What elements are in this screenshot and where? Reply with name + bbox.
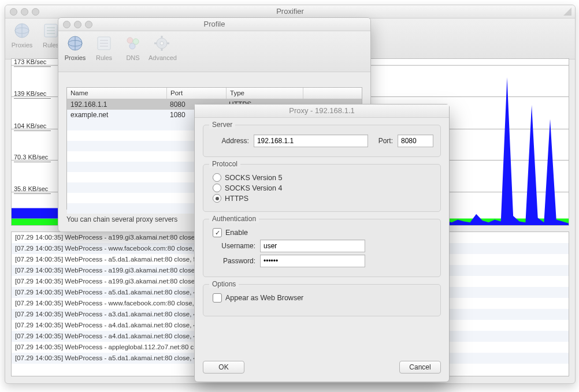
tab-rules[interactable]: Rules bbox=[91, 33, 117, 61]
appear-browser-checkbox[interactable] bbox=[213, 293, 222, 303]
main-titlebar[interactable]: Proxifier bbox=[5, 5, 575, 18]
gear-icon bbox=[153, 35, 170, 52]
list-icon bbox=[95, 35, 113, 52]
protocol-option-label: SOCKS Version 4 bbox=[225, 184, 282, 192]
protocol-radio[interactable] bbox=[213, 184, 221, 192]
dns-icon bbox=[124, 35, 142, 52]
protocol-legend: Protocol bbox=[209, 160, 240, 168]
tab-advanced-label: Advanced bbox=[149, 54, 177, 61]
server-group: Server Address: Port: bbox=[203, 125, 441, 157]
proxy-dialog-title: Proxy - 192.168.1.1 bbox=[289, 106, 354, 115]
ok-button[interactable]: OK bbox=[203, 361, 244, 374]
svg-point-21 bbox=[127, 38, 133, 43]
auth-group: Authentication Enable Username: Password… bbox=[203, 219, 441, 277]
protocol-radio[interactable] bbox=[213, 194, 221, 203]
toolbar-proxies[interactable]: Proxies bbox=[9, 21, 35, 48]
globe-icon bbox=[13, 22, 31, 39]
profile-toolbar: Proxies Rules DNS Advanced bbox=[58, 31, 370, 72]
close-icon[interactable] bbox=[63, 21, 70, 28]
y-axis-tick: 139 KB/sec bbox=[14, 90, 51, 99]
auth-enable-checkbox[interactable] bbox=[213, 228, 222, 237]
toolbar-rules-label: Rules bbox=[43, 42, 59, 48]
tab-proxies-label: Proxies bbox=[65, 54, 86, 61]
proxy-dialog: Proxy - 192.168.1.1 Server Address: Port… bbox=[194, 104, 450, 382]
auth-legend: Authentication bbox=[209, 215, 259, 223]
minimize-icon[interactable] bbox=[21, 8, 28, 16]
minimize-icon[interactable] bbox=[74, 21, 81, 28]
zoom-icon[interactable] bbox=[32, 8, 39, 16]
cell-name: example.net bbox=[67, 110, 166, 120]
protocol-option-label: HTTPS bbox=[225, 195, 248, 203]
port-label: Port: bbox=[373, 137, 393, 145]
main-title: Proxifier bbox=[276, 7, 304, 16]
y-axis-tick: 35.8 KB/sec bbox=[14, 185, 51, 194]
table-header: Name Port Type bbox=[67, 88, 362, 99]
col-port[interactable]: Port bbox=[167, 88, 227, 99]
tab-advanced[interactable]: Advanced bbox=[149, 33, 175, 61]
y-axis-tick: 104 KB/sec bbox=[14, 122, 51, 131]
y-axis-tick: 70.3 KB/sec bbox=[14, 154, 51, 162]
col-name[interactable]: Name bbox=[67, 88, 167, 99]
fullscreen-icon[interactable] bbox=[563, 8, 571, 16]
options-legend: Options bbox=[209, 280, 239, 288]
list-icon bbox=[42, 22, 60, 39]
profile-title: Profile bbox=[204, 20, 225, 28]
address-label: Address: bbox=[210, 137, 249, 145]
proxy-dialog-titlebar[interactable]: Proxy - 192.168.1.1 bbox=[195, 104, 449, 118]
options-group: Options Appear as Web Browser bbox=[203, 284, 441, 316]
tab-dns[interactable]: DNS bbox=[120, 33, 146, 61]
username-label: Username: bbox=[210, 242, 255, 250]
cancel-button[interactable]: Cancel bbox=[399, 361, 441, 374]
protocol-option-label: SOCKS Version 5 bbox=[225, 174, 282, 182]
tab-rules-label: Rules bbox=[96, 54, 112, 61]
window-controls bbox=[63, 21, 92, 28]
tab-proxies[interactable]: Proxies bbox=[62, 33, 88, 61]
port-input[interactable] bbox=[398, 135, 433, 147]
protocol-radio[interactable] bbox=[213, 173, 221, 182]
svg-point-25 bbox=[160, 42, 164, 45]
window-controls bbox=[10, 8, 39, 16]
auth-enable-label: Enable bbox=[225, 229, 248, 237]
password-input[interactable] bbox=[260, 255, 365, 267]
address-input[interactable] bbox=[254, 135, 368, 147]
zoom-icon[interactable] bbox=[85, 21, 92, 28]
appear-browser-label: Appear as Web Browser bbox=[225, 294, 303, 302]
password-label: Password: bbox=[210, 257, 255, 265]
tab-dns-label: DNS bbox=[126, 54, 139, 61]
y-axis-tick: 173 KB/sec bbox=[14, 58, 51, 67]
server-legend: Server bbox=[209, 121, 235, 129]
protocol-group: Protocol SOCKS Version 5SOCKS Version 4H… bbox=[203, 164, 441, 212]
svg-point-23 bbox=[129, 43, 135, 49]
toolbar-proxies-label: Proxies bbox=[12, 42, 33, 48]
col-type[interactable]: Type bbox=[227, 88, 303, 99]
cell-name: 192.168.1.1 bbox=[67, 99, 166, 110]
globe-icon bbox=[66, 35, 84, 52]
close-icon[interactable] bbox=[10, 8, 17, 16]
profile-titlebar[interactable]: Profile bbox=[58, 18, 370, 31]
username-input[interactable] bbox=[260, 240, 365, 252]
